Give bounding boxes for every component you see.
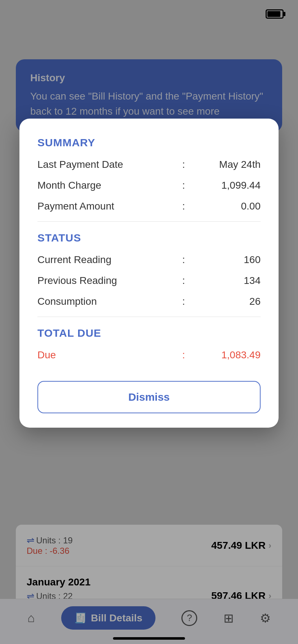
home-indicator — [113, 637, 185, 640]
consumption-row: Consumption : 26 — [37, 296, 261, 307]
payment-amount-label: Payment Amount — [37, 201, 171, 212]
last-payment-label: Last Payment Date — [37, 159, 171, 170]
divider-1 — [37, 221, 261, 222]
month-charge-label: Month Charge — [37, 180, 171, 191]
month-charge-row: Month Charge : 1,099.44 — [37, 180, 261, 191]
dismiss-button[interactable]: Dismiss — [37, 381, 261, 413]
payment-amount-value: 0.00 — [196, 201, 261, 212]
previous-reading-row: Previous Reading : 134 — [37, 275, 261, 286]
due-value: 1,083.49 — [196, 349, 261, 361]
payment-amount-colon: : — [182, 201, 185, 212]
status-title: STATUS — [37, 232, 261, 244]
payment-amount-row: Payment Amount : 0.00 — [37, 201, 261, 212]
last-payment-row: Last Payment Date : May 24th — [37, 159, 261, 170]
current-reading-colon: : — [182, 254, 185, 266]
last-payment-colon: : — [182, 159, 185, 170]
consumption-label: Consumption — [37, 296, 171, 307]
total-due-title: TOTAL DUE — [37, 327, 261, 339]
consumption-colon: : — [182, 296, 185, 307]
current-reading-label: Current Reading — [37, 254, 171, 266]
summary-title: SUMMARY — [37, 137, 261, 149]
previous-reading-label: Previous Reading — [37, 275, 171, 286]
due-row: Due : 1,083.49 — [37, 349, 261, 361]
month-charge-value: 1,099.44 — [196, 180, 261, 191]
previous-reading-value: 134 — [196, 275, 261, 286]
previous-reading-colon: : — [182, 275, 185, 286]
due-colon: : — [182, 349, 185, 361]
current-reading-row: Current Reading : 160 — [37, 254, 261, 266]
current-reading-value: 160 — [196, 254, 261, 266]
consumption-value: 26 — [196, 296, 261, 307]
due-label: Due — [37, 349, 171, 361]
divider-2 — [37, 317, 261, 317]
month-charge-colon: : — [182, 180, 185, 191]
summary-modal: SUMMARY Last Payment Date : May 24th Mon… — [19, 119, 279, 428]
last-payment-value: May 24th — [196, 159, 261, 170]
